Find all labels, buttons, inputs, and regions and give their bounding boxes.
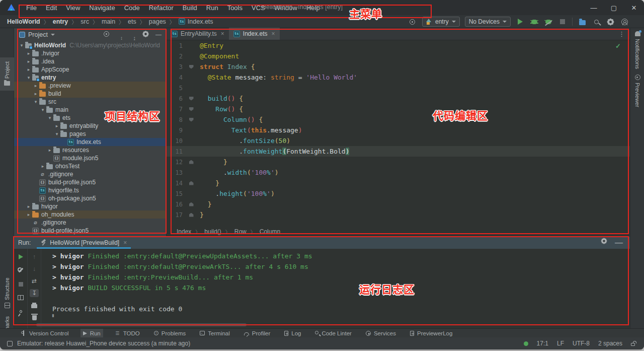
locate-file-icon[interactable] [103,31,110,38]
close-icon[interactable]: × [123,239,127,246]
stop-process-button[interactable] [16,280,25,288]
tool-window-button-code-linter[interactable]: Code Linter [312,329,354,338]
menu-item-tools[interactable]: Tools [223,3,247,13]
breadcrumb-item[interactable]: ets [128,18,136,25]
code-line[interactable]: 14 } [167,178,630,188]
minimize-button[interactable]: — [584,0,604,15]
tool-window-button-todo[interactable]: TODO [112,329,142,338]
tree-row[interactable]: ▸AppScope [14,65,166,74]
modify-run-config-icon[interactable] [16,266,25,274]
breadcrumb-item[interactable]: pages [149,18,166,25]
editor-tab-entryability-ts[interactable]: tsEntryAbility.ts× [167,28,229,40]
sidebar-tab-notifications[interactable]: Notifications [630,31,644,69]
menu-item-build[interactable]: Build [178,3,202,13]
up-stacktrace-icon[interactable]: ↑ [30,253,39,261]
editor-tab-options-icon[interactable]: ⋮ [613,30,630,38]
editor-breadcrumb-item[interactable]: Index [177,228,191,235]
tree-row[interactable]: ▸ohosTest [14,162,166,170]
tool-window-button-terminal[interactable]: Terminal [197,329,232,338]
breadcrumb-item[interactable]: entry [53,18,68,25]
tree-row[interactable]: ▾ets [14,114,166,122]
code-line[interactable]: 8 Column() { [167,114,630,125]
tree-row[interactable]: ▸hvigor [14,202,166,210]
tree-row[interactable]: tsIndex.ets [14,138,166,146]
maximize-button[interactable]: ▢ [604,0,624,15]
breadcrumb-item[interactable]: Index.ets [188,18,213,25]
tree-row[interactable]: ▸build [14,90,166,98]
breadcrumb-item[interactable]: src [80,18,89,25]
tool-window-button-log[interactable]: Log [282,329,303,338]
print-icon[interactable] [30,301,39,309]
fold-marker-icon[interactable] [183,202,200,206]
tree-row[interactable]: ▸.hvigor [14,49,166,57]
tree-chevron-icon[interactable]: ▸ [25,204,32,209]
menu-item-edit[interactable]: Edit [41,3,61,13]
fold-marker-icon[interactable] [183,65,200,69]
cursor-position[interactable]: 17:1 [537,340,548,347]
menu-item-view[interactable]: View [61,3,85,13]
code-area[interactable]: 1@Entry2@Component3struct Index {4 @Stat… [167,40,630,220]
run-settings-gear-icon[interactable] [602,239,606,243]
tree-chevron-icon[interactable]: ▸ [25,67,32,72]
line-ending-indicator[interactable]: LF [557,340,564,347]
code-line[interactable]: 6 build() { [167,93,630,104]
fold-marker-icon[interactable] [183,107,200,111]
soft-wrap-icon[interactable]: ⇄ [30,277,39,285]
tree-chevron-icon[interactable]: ▾ [46,115,53,120]
encoding-indicator[interactable]: UTF-8 [573,340,590,347]
stop-button[interactable] [558,17,567,26]
close-icon[interactable]: × [221,30,224,37]
tree-chevron-icon[interactable]: ▾ [18,43,25,48]
tree-chevron-icon[interactable]: ▾ [53,131,60,136]
code-line[interactable]: 4 @State message: string = 'Hello World' [167,72,630,83]
code-line[interactable]: 9 Text(this.message) [167,125,630,135]
tree-chevron-icon[interactable]: ▸ [32,91,39,96]
sidebar-tab-previewer[interactable]: Previewer [630,75,644,107]
tree-row[interactable]: {}oh-package.json5 [14,194,166,202]
tree-row[interactable]: ▸resources [14,146,166,154]
run-console-output[interactable]: > hvigor Finished :entry:default@Preview… [52,251,625,328]
code-line[interactable]: 11 .fontWeight(FontWeight.Bold) [167,146,630,157]
tool-window-button-run[interactable]: Run [80,329,103,338]
editor-tab-index-ets[interactable]: tsIndex.ets× [229,28,280,40]
tree-row[interactable]: ▸oh_modules [14,210,166,219]
pin-tab-icon[interactable] [16,307,25,315]
clear-console-icon[interactable] [30,313,39,321]
hide-panel-icon[interactable]: — [155,31,162,38]
tool-window-button-version-control[interactable]: Version Control [18,329,71,338]
tree-row[interactable]: ▾pages [14,130,166,138]
tree-chevron-icon[interactable]: ▸ [25,51,32,56]
tool-window-button-profiler[interactable]: Profiler [242,329,273,338]
editor-breadcrumb-item[interactable]: build() [204,228,221,235]
editor-breadcrumb-item[interactable]: Row [234,228,247,235]
tool-window-button-problems[interactable]: Problems [151,329,189,338]
fold-marker-icon[interactable] [183,181,200,185]
breadcrumb-item[interactable]: HelloWorld [7,18,40,25]
profile-debug-button[interactable] [544,17,553,26]
code-line[interactable]: 10 .fontSize(50) [167,135,630,146]
tree-chevron-icon[interactable]: ▸ [25,212,32,217]
code-line[interactable]: 17} [167,209,630,220]
project-view-selector[interactable]: Project [28,31,48,38]
tree-chevron-icon[interactable]: ▸ [53,123,60,128]
chevron-down-icon[interactable] [51,34,55,36]
menu-item-refactor[interactable]: Refactor [144,3,178,13]
code-line[interactable]: 15 .height('100%') [167,188,630,199]
tree-row[interactable]: {}build-profile.json5 [14,227,166,235]
tree-row[interactable]: ▾entry [14,74,166,82]
tool-window-button-services[interactable]: Services [363,329,398,338]
fold-marker-icon[interactable] [183,97,200,101]
tree-row[interactable]: ▸.idea [14,57,166,65]
menu-item-navigate[interactable]: Navigate [85,3,119,13]
account-icon[interactable] [620,17,629,26]
tree-chevron-icon[interactable]: ▾ [39,107,46,112]
restore-layout-icon[interactable] [16,294,25,302]
device-target-icon[interactable] [408,17,417,26]
tree-chevron-icon[interactable]: ▾ [32,99,39,104]
tree-row[interactable]: {}build-profile.json5 [14,178,166,186]
code-line[interactable]: 13 .width('100%') [167,167,630,178]
settings-gear-icon[interactable] [606,17,615,26]
fold-marker-icon[interactable] [183,213,200,217]
run-button[interactable] [516,17,525,26]
sidebar-tab-structure[interactable]: Structure [0,277,14,308]
